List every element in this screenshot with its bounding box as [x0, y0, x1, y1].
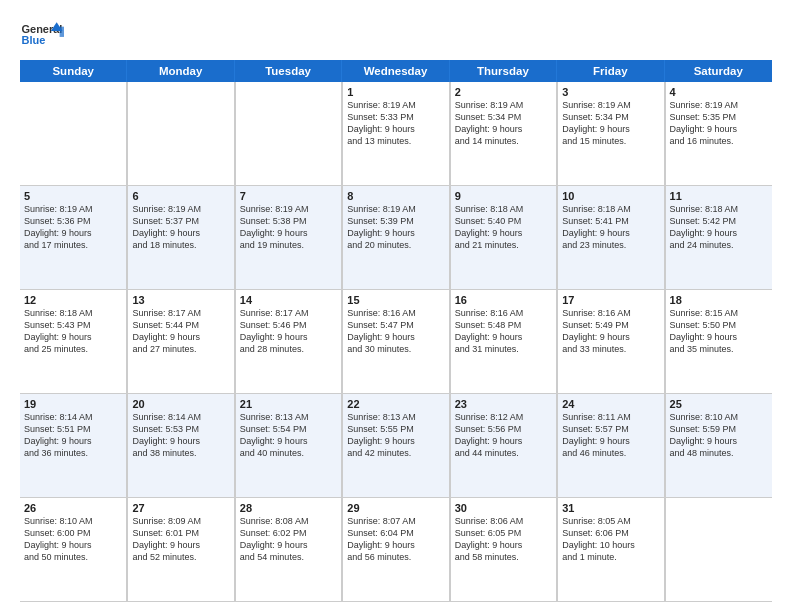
day-info: Sunrise: 8:19 AM Sunset: 5:35 PM Dayligh… [670, 99, 768, 148]
day-cell-6: 6Sunrise: 8:19 AM Sunset: 5:37 PM Daylig… [127, 186, 234, 290]
day-number: 6 [132, 190, 229, 202]
empty-cell [20, 82, 127, 186]
day-info: Sunrise: 8:13 AM Sunset: 5:55 PM Dayligh… [347, 411, 444, 460]
day-number: 1 [347, 86, 444, 98]
day-info: Sunrise: 8:14 AM Sunset: 5:51 PM Dayligh… [24, 411, 122, 460]
day-number: 8 [347, 190, 444, 202]
day-number: 29 [347, 502, 444, 514]
day-number: 14 [240, 294, 337, 306]
day-number: 12 [24, 294, 122, 306]
day-cell-14: 14Sunrise: 8:17 AM Sunset: 5:46 PM Dayli… [235, 290, 342, 394]
header: General Blue [20, 16, 772, 52]
day-info: Sunrise: 8:19 AM Sunset: 5:37 PM Dayligh… [132, 203, 229, 252]
day-number: 21 [240, 398, 337, 410]
weekday-header-friday: Friday [557, 60, 664, 82]
day-number: 28 [240, 502, 337, 514]
day-cell-11: 11Sunrise: 8:18 AM Sunset: 5:42 PM Dayli… [665, 186, 772, 290]
day-cell-5: 5Sunrise: 8:19 AM Sunset: 5:36 PM Daylig… [20, 186, 127, 290]
day-cell-24: 24Sunrise: 8:11 AM Sunset: 5:57 PM Dayli… [557, 394, 664, 498]
day-number: 5 [24, 190, 122, 202]
day-info: Sunrise: 8:19 AM Sunset: 5:39 PM Dayligh… [347, 203, 444, 252]
day-number: 10 [562, 190, 659, 202]
day-cell-29: 29Sunrise: 8:07 AM Sunset: 6:04 PM Dayli… [342, 498, 449, 602]
day-info: Sunrise: 8:11 AM Sunset: 5:57 PM Dayligh… [562, 411, 659, 460]
day-cell-3: 3Sunrise: 8:19 AM Sunset: 5:34 PM Daylig… [557, 82, 664, 186]
empty-cell [665, 498, 772, 602]
day-info: Sunrise: 8:06 AM Sunset: 6:05 PM Dayligh… [455, 515, 552, 564]
empty-cell [127, 82, 234, 186]
day-info: Sunrise: 8:18 AM Sunset: 5:41 PM Dayligh… [562, 203, 659, 252]
day-info: Sunrise: 8:10 AM Sunset: 5:59 PM Dayligh… [670, 411, 768, 460]
day-number: 4 [670, 86, 768, 98]
day-info: Sunrise: 8:18 AM Sunset: 5:40 PM Dayligh… [455, 203, 552, 252]
day-info: Sunrise: 8:15 AM Sunset: 5:50 PM Dayligh… [670, 307, 768, 356]
day-number: 16 [455, 294, 552, 306]
day-cell-1: 1Sunrise: 8:19 AM Sunset: 5:33 PM Daylig… [342, 82, 449, 186]
day-info: Sunrise: 8:14 AM Sunset: 5:53 PM Dayligh… [132, 411, 229, 460]
day-number: 30 [455, 502, 552, 514]
day-cell-31: 31Sunrise: 8:05 AM Sunset: 6:06 PM Dayli… [557, 498, 664, 602]
day-number: 15 [347, 294, 444, 306]
day-cell-8: 8Sunrise: 8:19 AM Sunset: 5:39 PM Daylig… [342, 186, 449, 290]
logo: General Blue [20, 16, 64, 52]
day-info: Sunrise: 8:17 AM Sunset: 5:46 PM Dayligh… [240, 307, 337, 356]
empty-cell [235, 82, 342, 186]
day-cell-16: 16Sunrise: 8:16 AM Sunset: 5:48 PM Dayli… [450, 290, 557, 394]
logo-icon: General Blue [20, 16, 64, 52]
day-number: 31 [562, 502, 659, 514]
day-number: 23 [455, 398, 552, 410]
day-info: Sunrise: 8:19 AM Sunset: 5:36 PM Dayligh… [24, 203, 122, 252]
day-number: 18 [670, 294, 768, 306]
day-number: 17 [562, 294, 659, 306]
page: General Blue SundayMondayTuesdayWednesda… [0, 0, 792, 612]
day-cell-18: 18Sunrise: 8:15 AM Sunset: 5:50 PM Dayli… [665, 290, 772, 394]
day-number: 26 [24, 502, 122, 514]
day-number: 22 [347, 398, 444, 410]
day-cell-28: 28Sunrise: 8:08 AM Sunset: 6:02 PM Dayli… [235, 498, 342, 602]
day-info: Sunrise: 8:07 AM Sunset: 6:04 PM Dayligh… [347, 515, 444, 564]
day-number: 3 [562, 86, 659, 98]
day-number: 7 [240, 190, 337, 202]
day-info: Sunrise: 8:13 AM Sunset: 5:54 PM Dayligh… [240, 411, 337, 460]
day-number: 20 [132, 398, 229, 410]
day-info: Sunrise: 8:12 AM Sunset: 5:56 PM Dayligh… [455, 411, 552, 460]
svg-text:Blue: Blue [21, 34, 45, 46]
day-cell-12: 12Sunrise: 8:18 AM Sunset: 5:43 PM Dayli… [20, 290, 127, 394]
weekday-header-saturday: Saturday [665, 60, 772, 82]
day-info: Sunrise: 8:19 AM Sunset: 5:38 PM Dayligh… [240, 203, 337, 252]
calendar: SundayMondayTuesdayWednesdayThursdayFrid… [20, 60, 772, 602]
day-cell-19: 19Sunrise: 8:14 AM Sunset: 5:51 PM Dayli… [20, 394, 127, 498]
day-number: 19 [24, 398, 122, 410]
day-cell-26: 26Sunrise: 8:10 AM Sunset: 6:00 PM Dayli… [20, 498, 127, 602]
weekday-header-sunday: Sunday [20, 60, 127, 82]
day-number: 25 [670, 398, 768, 410]
day-info: Sunrise: 8:18 AM Sunset: 5:42 PM Dayligh… [670, 203, 768, 252]
weekday-header-monday: Monday [127, 60, 234, 82]
day-info: Sunrise: 8:10 AM Sunset: 6:00 PM Dayligh… [24, 515, 122, 564]
calendar-header: SundayMondayTuesdayWednesdayThursdayFrid… [20, 60, 772, 82]
day-cell-10: 10Sunrise: 8:18 AM Sunset: 5:41 PM Dayli… [557, 186, 664, 290]
calendar-body: 1Sunrise: 8:19 AM Sunset: 5:33 PM Daylig… [20, 82, 772, 602]
day-cell-22: 22Sunrise: 8:13 AM Sunset: 5:55 PM Dayli… [342, 394, 449, 498]
day-info: Sunrise: 8:18 AM Sunset: 5:43 PM Dayligh… [24, 307, 122, 356]
day-info: Sunrise: 8:17 AM Sunset: 5:44 PM Dayligh… [132, 307, 229, 356]
day-info: Sunrise: 8:08 AM Sunset: 6:02 PM Dayligh… [240, 515, 337, 564]
day-cell-23: 23Sunrise: 8:12 AM Sunset: 5:56 PM Dayli… [450, 394, 557, 498]
weekday-header-thursday: Thursday [450, 60, 557, 82]
day-info: Sunrise: 8:16 AM Sunset: 5:48 PM Dayligh… [455, 307, 552, 356]
day-cell-27: 27Sunrise: 8:09 AM Sunset: 6:01 PM Dayli… [127, 498, 234, 602]
day-cell-30: 30Sunrise: 8:06 AM Sunset: 6:05 PM Dayli… [450, 498, 557, 602]
day-cell-9: 9Sunrise: 8:18 AM Sunset: 5:40 PM Daylig… [450, 186, 557, 290]
day-cell-20: 20Sunrise: 8:14 AM Sunset: 5:53 PM Dayli… [127, 394, 234, 498]
weekday-header-wednesday: Wednesday [342, 60, 449, 82]
day-cell-7: 7Sunrise: 8:19 AM Sunset: 5:38 PM Daylig… [235, 186, 342, 290]
day-number: 2 [455, 86, 552, 98]
day-info: Sunrise: 8:19 AM Sunset: 5:33 PM Dayligh… [347, 99, 444, 148]
day-number: 13 [132, 294, 229, 306]
day-number: 27 [132, 502, 229, 514]
day-cell-21: 21Sunrise: 8:13 AM Sunset: 5:54 PM Dayli… [235, 394, 342, 498]
day-cell-13: 13Sunrise: 8:17 AM Sunset: 5:44 PM Dayli… [127, 290, 234, 394]
day-cell-4: 4Sunrise: 8:19 AM Sunset: 5:35 PM Daylig… [665, 82, 772, 186]
day-cell-15: 15Sunrise: 8:16 AM Sunset: 5:47 PM Dayli… [342, 290, 449, 394]
day-number: 24 [562, 398, 659, 410]
